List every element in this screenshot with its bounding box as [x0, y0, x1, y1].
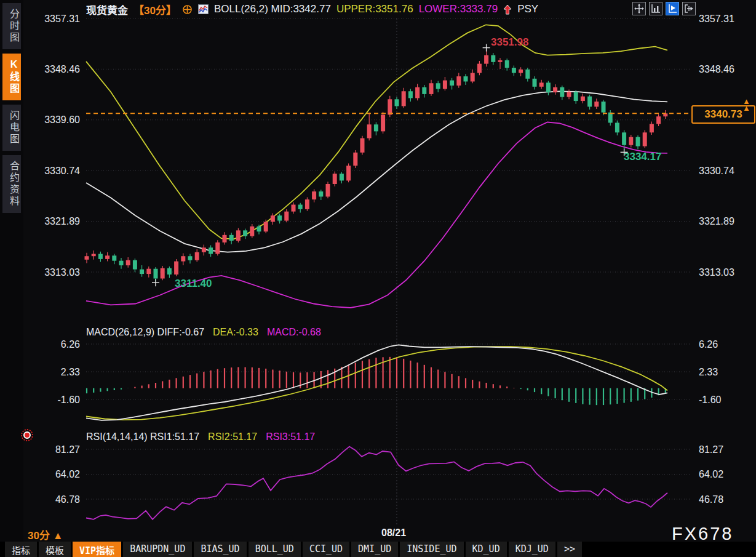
axis-label: 3313.03 [699, 267, 734, 278]
footer-tab-9[interactable]: KD_UD [466, 542, 507, 557]
indicator-line [86, 91, 667, 252]
candle-body [533, 79, 537, 87]
sidebar-tab-0[interactable]: 分时图 [2, 3, 21, 49]
sidebar-tab-2[interactable]: 闪电图 [2, 105, 21, 151]
footer-tab-8[interactable]: INSIDE_UD [400, 542, 463, 557]
candle-body [174, 262, 178, 274]
axis-label: 2.33 [61, 367, 80, 377]
axis-label: 3330.74 [44, 166, 80, 176]
candle-body [505, 60, 509, 68]
candle-body [650, 124, 654, 132]
candle-body [484, 55, 488, 64]
candle-body [346, 166, 351, 180]
trading-app-window: 分时图K线图闪电图合约资料 现货黄金 【30分】 BOLL(26,2) MID:… [0, 0, 756, 557]
footer-tab-7[interactable]: DMI_UD [351, 542, 398, 557]
candle-body [402, 91, 406, 106]
target-icon[interactable] [182, 4, 193, 15]
candle-body [243, 230, 247, 236]
macd-readout: MACD:-0.68 [267, 327, 321, 338]
alert-dot-icon[interactable] [23, 431, 31, 439]
candle-body [615, 122, 619, 132]
period-title: 【30分】 [133, 2, 177, 17]
footer-tab-10[interactable]: KDJ_UD [509, 542, 555, 557]
candle-body [636, 137, 640, 146]
axis-label: 81.27 [699, 444, 723, 455]
candle-body [133, 260, 137, 270]
candle-body [298, 204, 303, 209]
candle-body [340, 174, 344, 180]
candle-body [181, 256, 185, 261]
candle-body [498, 60, 503, 62]
candle-body [471, 73, 475, 81]
indicator-line [86, 122, 667, 308]
axis-label: 3348.46 [699, 64, 734, 74]
footer-tab-6[interactable]: CCI_UD [303, 542, 349, 557]
sidebar-tab-1[interactable]: K线图 [2, 54, 21, 100]
axis-chart-icon[interactable] [649, 2, 662, 15]
footer-tab-4[interactable]: BIAS_UD [194, 542, 246, 557]
indicator-line [86, 25, 667, 239]
axis-label: 81.27 [55, 444, 80, 455]
candle-body [146, 269, 151, 274]
axis-label: 3348.46 [44, 64, 80, 74]
chart-header: 现货黄金 【30分】 BOLL(26,2) MID:3342.77 UPPER:… [86, 2, 538, 17]
candle-body [519, 70, 523, 73]
candle-body [381, 114, 385, 131]
axis-label: 3313.03 [44, 267, 80, 278]
candle-body [512, 68, 516, 73]
pan-move-icon[interactable] [632, 2, 646, 15]
candle-body [525, 70, 530, 79]
axis-label: -1.60 [699, 395, 722, 405]
indicator-chart-icon[interactable] [198, 4, 209, 14]
rsi-indicator-row: RSI(14,14,14) RSI1:51.17 RSI2:51.17 RSI3… [86, 431, 315, 443]
footer-tab-2[interactable]: VIP指标 [73, 542, 121, 557]
axis-label: 46.78 [699, 494, 723, 505]
arrow-up-icon [503, 4, 512, 15]
candle-body [388, 99, 392, 114]
candle-body [587, 97, 592, 107]
candle-body [602, 102, 606, 113]
candle-body [436, 83, 440, 89]
axis-label: 6.26 [699, 339, 718, 350]
footer-tab-11[interactable]: >> [557, 542, 582, 557]
candle-body [250, 226, 254, 236]
candle-body [319, 191, 323, 196]
axis-flag-icon[interactable] [666, 2, 679, 15]
candle-body [622, 132, 626, 145]
boll-upper-readout: UPPER:3351.76 [336, 3, 413, 15]
candle-body [333, 174, 337, 184]
boll-mid-readout: BOLL(26,2) MID:3342.77 [214, 3, 331, 15]
axis-label: 3357.31 [44, 14, 80, 24]
footer-tab-3[interactable]: BARUPDN_UD [123, 542, 192, 557]
candle-body [546, 82, 551, 92]
candle-body [236, 230, 241, 241]
candle-body [92, 254, 96, 257]
candle-body [277, 215, 282, 220]
candle-body [429, 83, 434, 94]
axis-label: 46.78 [55, 494, 80, 505]
candle-body [567, 92, 571, 97]
candle-body [581, 97, 585, 101]
exit-panel-icon[interactable] [682, 2, 696, 15]
candle-body [292, 204, 296, 211]
candle-body [188, 256, 193, 260]
footer-tab-1[interactable]: 模板 [39, 542, 71, 557]
candle-body [560, 87, 564, 97]
peak-price-annotation: 3351.98 [491, 36, 528, 49]
chart-canvas[interactable]: 3357.313357.313348.463348.463339.603339.… [0, 0, 756, 557]
candle-body [85, 256, 89, 260]
sidebar-tab-3[interactable]: 合约资料 [2, 155, 21, 213]
footer-period-label[interactable]: 30分 ▲ [28, 527, 63, 542]
low-price-annotation-left: 3311.40 [175, 278, 212, 290]
candle-body [408, 91, 413, 98]
candle-body [202, 247, 206, 252]
candle-body [154, 269, 158, 279]
axis-label: 6.26 [61, 339, 80, 350]
footer-tab-0[interactable]: 指标 [5, 542, 37, 557]
macd-title: MACD(26,12,9) DIFF:-0.67 [86, 327, 204, 338]
candle-body [594, 102, 599, 106]
candle-body [305, 199, 309, 209]
candle-body [443, 81, 447, 89]
footer-tab-5[interactable]: BOLL_UD [249, 542, 301, 557]
candle-body [422, 87, 426, 94]
